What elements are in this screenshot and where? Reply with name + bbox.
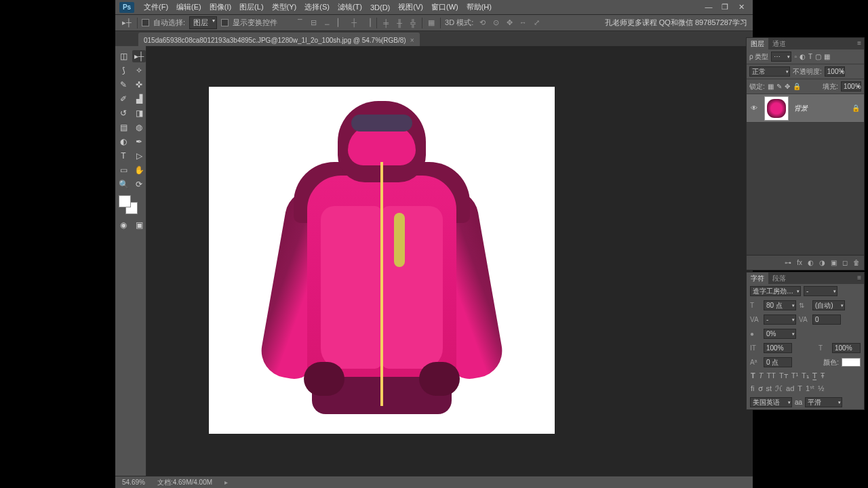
filter-kind-dropdown[interactable]: ⋯	[771, 52, 791, 62]
opacity-input[interactable]: 100%	[825, 66, 845, 77]
text-color-swatch[interactable]	[842, 358, 861, 367]
oldstyle-icon[interactable]: st	[766, 384, 772, 393]
eyedropper-tool[interactable]: ✎	[117, 79, 130, 91]
kerning-input[interactable]: 0	[812, 314, 841, 325]
smallcaps-icon[interactable]: Tᴛ	[779, 371, 788, 380]
screen-mode-tool[interactable]: ▣	[132, 219, 146, 231]
lock-trans-icon[interactable]: ▦	[768, 83, 774, 90]
pen-tool[interactable]: ✒	[132, 136, 146, 148]
tab-paragraph[interactable]: 段落	[768, 272, 790, 284]
tracking-input[interactable]: -	[764, 314, 796, 325]
menu-3d[interactable]: 3D(D)	[366, 3, 394, 12]
menu-filter[interactable]: 滤镜(T)	[334, 2, 366, 12]
roll-icon[interactable]: ⊙	[491, 18, 500, 27]
quick-mask-tool[interactable]: ◉	[117, 219, 130, 231]
menu-image[interactable]: 图像(I)	[205, 2, 235, 12]
document-canvas[interactable]	[209, 87, 555, 434]
gradient-tool[interactable]: ▤	[117, 121, 130, 134]
panel-menu-icon[interactable]: ≡	[854, 272, 864, 284]
tab-layers[interactable]: 图层	[747, 38, 768, 49]
tab-character[interactable]: 字符	[747, 272, 768, 284]
dodge-tool[interactable]: ◐	[117, 136, 130, 148]
show-transform-checkbox[interactable]	[221, 19, 229, 26]
font-size-input[interactable]: 80 点	[764, 300, 796, 310]
font-style-dropdown[interactable]: -	[804, 286, 837, 296]
delete-layer-icon[interactable]: 🗑	[853, 259, 860, 266]
slide-icon[interactable]: ↔	[518, 18, 528, 27]
swash-icon[interactable]: ℋ	[775, 384, 783, 393]
filter-smart-icon[interactable]: ▦	[824, 53, 830, 60]
adjustment-icon[interactable]: ◑	[819, 259, 825, 266]
distribute-icon[interactable]: ╬	[408, 19, 418, 27]
pan-icon[interactable]: ✥	[505, 18, 514, 27]
zoom-level[interactable]: 54.69%	[122, 479, 145, 486]
new-layer-icon[interactable]: ◻	[842, 259, 848, 266]
move-tool[interactable]: ▸┼	[132, 50, 146, 62]
history-brush-tool[interactable]: ↺	[117, 107, 130, 119]
fill-input[interactable]: 100%	[841, 81, 861, 92]
language-dropdown[interactable]: 美国英语	[750, 397, 792, 407]
type-tool[interactable]: T	[117, 150, 130, 162]
auto-select-checkbox[interactable]	[142, 19, 149, 26]
zoom-tool[interactable]: 🔍	[117, 178, 130, 190]
link-layers-icon[interactable]: ⊶	[785, 259, 791, 266]
zoom-icon[interactable]: ⤢	[532, 18, 541, 27]
menu-window[interactable]: 窗口(W)	[427, 2, 462, 12]
move-tool-preset-icon[interactable]: ▸┼	[121, 18, 133, 28]
eraser-tool[interactable]: ◨	[132, 107, 146, 119]
shape-tool[interactable]: ▭	[117, 164, 130, 176]
underline-icon[interactable]: T̲	[812, 371, 817, 380]
align-top-icon[interactable]: ⎺	[295, 18, 304, 27]
ordinals-icon[interactable]: T	[797, 384, 802, 393]
font-family-dropdown[interactable]: 造字工房劲…	[750, 286, 801, 296]
mask-icon[interactable]: ◐	[808, 259, 814, 266]
foreground-color-swatch[interactable]	[119, 195, 131, 207]
align-bottom-icon[interactable]: ⎽	[322, 18, 332, 27]
allcaps-icon[interactable]: TT	[766, 371, 775, 380]
hscale-input[interactable]: 100%	[832, 343, 861, 353]
auto-select-dropdown[interactable]: 图层	[189, 16, 217, 29]
menu-select[interactable]: 选择(S)	[300, 2, 334, 12]
lasso-tool[interactable]: ⟆	[117, 64, 130, 77]
color-swatches[interactable]	[117, 194, 146, 217]
distribute-icon[interactable]: ╫	[395, 19, 404, 27]
antialias-dropdown[interactable]: 平滑	[805, 397, 842, 407]
blur-tool[interactable]: ◍	[132, 121, 146, 134]
vscale-input[interactable]: 100%	[764, 343, 792, 353]
tsume-input[interactable]: 0%	[764, 329, 796, 339]
titling-icon[interactable]: ad	[786, 384, 794, 393]
align-right-icon[interactable]: ▕	[363, 18, 372, 27]
layer-name[interactable]: 背景	[794, 104, 808, 113]
menu-view[interactable]: 视图(V)	[394, 2, 427, 12]
menu-help[interactable]: 帮助(H)	[462, 2, 496, 12]
subscript-icon[interactable]: T₁	[802, 371, 809, 380]
stylistic-icon[interactable]: 1ˢᵗ	[806, 384, 814, 393]
hand-tool[interactable]: ✋	[132, 164, 146, 176]
path-select-tool[interactable]: ▷	[132, 150, 146, 162]
distribute-icon[interactable]: ╪	[381, 19, 391, 27]
blend-mode-dropdown[interactable]: 正常	[749, 66, 790, 77]
doc-size-info[interactable]: 文档:4.69M/4.00M	[157, 478, 212, 487]
filter-type-icon[interactable]: T	[808, 53, 812, 60]
layer-row[interactable]: 👁 背景 🔒	[747, 94, 864, 123]
group-icon[interactable]: ▣	[831, 259, 837, 266]
lock-pixels-icon[interactable]: ✎	[776, 83, 782, 90]
fractions-icon[interactable]: ½	[818, 384, 824, 393]
visibility-icon[interactable]: 👁	[751, 104, 759, 112]
marquee-tool[interactable]: ◫	[117, 50, 130, 62]
status-flyout-icon[interactable]: ▸	[224, 479, 228, 486]
maximize-button[interactable]: ❐	[720, 3, 730, 12]
minimize-button[interactable]: —	[704, 3, 713, 12]
fx-icon[interactable]: fx	[797, 259, 802, 266]
auto-align-icon[interactable]: ▦	[427, 18, 436, 27]
magic-wand-tool[interactable]: ✧	[132, 64, 146, 77]
ligature-icon[interactable]: fi	[751, 384, 755, 393]
superscript-icon[interactable]: T¹	[791, 371, 798, 380]
leading-input[interactable]: (自动)	[812, 300, 845, 310]
align-hcenter-icon[interactable]: ┼	[349, 18, 359, 27]
italic-icon[interactable]: T	[759, 371, 764, 380]
rotate-view-tool[interactable]: ⟳	[132, 178, 146, 190]
tab-channels[interactable]: 通道	[768, 38, 790, 49]
align-vcenter-icon[interactable]: ⊟	[309, 18, 318, 27]
panel-menu-icon[interactable]: ≡	[854, 38, 864, 49]
